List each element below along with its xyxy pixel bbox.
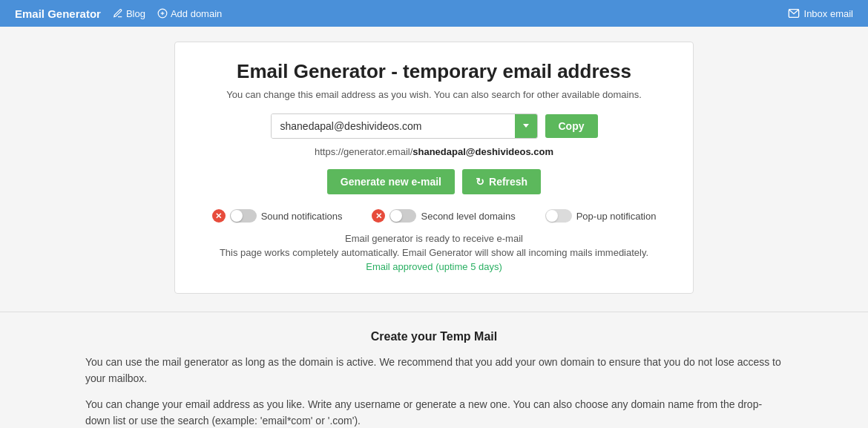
second-level-toggle: ✕ Second level domains	[372, 209, 515, 223]
content-section: Create your Temp Mail You can use the ma…	[63, 323, 805, 428]
sound-x-icon: ✕	[212, 209, 226, 223]
refresh-icon: ↻	[476, 176, 484, 188]
sound-switch[interactable]	[230, 209, 257, 223]
toggles-row: ✕ Sound notifications ✕ Second level dom…	[205, 209, 663, 223]
second-level-x-icon: ✕	[372, 209, 385, 223]
email-row: Copy	[205, 113, 663, 139]
chevron-down-icon	[522, 122, 530, 129]
sound-notifications-toggle: ✕ Sound notifications	[212, 209, 343, 223]
blog-link[interactable]: Blog	[113, 8, 145, 19]
email-link-line: https://generator.email/shanedapal@deshi…	[205, 146, 663, 157]
section-title: Create your Temp Mail	[85, 330, 783, 343]
email-input-wrapper	[271, 113, 538, 139]
status-approved: Email approved (uptime 5 days)	[205, 261, 663, 272]
add-domain-link[interactable]: Add domain	[157, 8, 222, 19]
svg-marker-4	[523, 124, 529, 128]
pencil-icon	[113, 8, 123, 19]
copy-button[interactable]: Copy	[545, 114, 598, 138]
inbox-icon	[788, 7, 800, 19]
second-level-label: Second level domains	[421, 211, 515, 222]
status-line2: This page works completely automatically…	[205, 247, 663, 258]
header-left: Email Generator Blog Add domain	[15, 7, 222, 20]
popup-label: Pop-up notification	[576, 211, 657, 222]
sound-label: Sound notifications	[261, 211, 343, 222]
inbox-link[interactable]: Inbox email	[788, 7, 853, 19]
email-dropdown-button[interactable]	[515, 114, 537, 138]
card-subtitle: You can change this email address as you…	[205, 89, 663, 100]
main-card: Email Generator - temporary email addres…	[174, 42, 694, 294]
main-wrapper: Email Generator - temporary email addres…	[0, 27, 868, 301]
action-row: Generate new e-mail ↻ Refresh	[205, 169, 663, 194]
email-input[interactable]	[272, 114, 515, 138]
generate-button[interactable]: Generate new e-mail	[327, 169, 455, 194]
popup-switch[interactable]	[545, 209, 572, 223]
divider	[0, 312, 868, 312]
status-line1: Email generator is ready to receive e-ma…	[205, 233, 663, 244]
popup-notification-toggle: Pop-up notification	[545, 209, 657, 223]
header: Email Generator Blog Add domain Inbox em…	[0, 0, 868, 27]
refresh-button[interactable]: ↻ Refresh	[462, 169, 541, 194]
card-title: Email Generator - temporary email addres…	[205, 60, 663, 83]
content-para1: You can use the mail generator as long a…	[85, 354, 783, 387]
content-para2: You can change your email address as you…	[85, 396, 783, 428]
site-title: Email Generator	[15, 7, 101, 20]
second-level-switch[interactable]	[389, 209, 416, 223]
add-domain-icon	[157, 8, 168, 19]
